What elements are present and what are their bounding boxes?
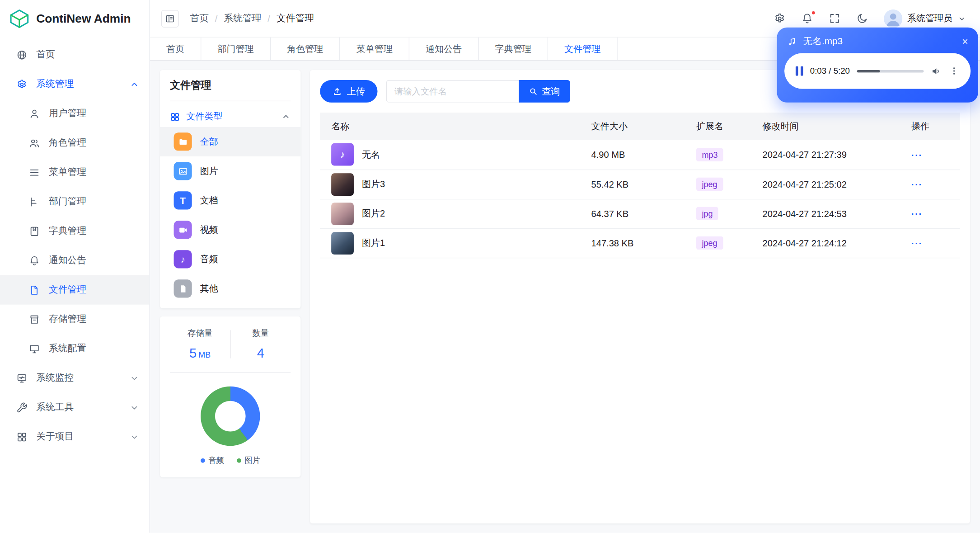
file-size: 55.42 KB [580,170,685,199]
tab-menu[interactable]: 菜单管理 [340,38,410,60]
breadcrumb-system[interactable]: 系统管理 [224,13,261,24]
modified-time: 2024-04-27 21:27:39 [751,140,900,170]
file-name: 图片3 [362,178,385,190]
player-time: 0:03 / 5:20 [810,66,850,76]
col-header-size: 文件大小 [580,113,685,140]
table-row[interactable]: 图片2 64.37 KB jpg 2024-04-27 21:24:53 ··· [320,199,960,228]
monitor-icon [29,343,40,354]
table-row[interactable]: 图片3 55.42 KB jpeg 2024-04-27 21:25:02 ··… [320,170,960,199]
col-header-time: 修改时间 [751,113,900,140]
ext-badge: jpeg [696,178,723,191]
kebab-menu-icon[interactable] [949,66,960,76]
sidebar-item-menus[interactable]: 菜单管理 [0,158,150,187]
type-item-video[interactable]: 视频 [160,215,300,245]
row-actions-more-icon[interactable]: ··· [911,149,923,160]
image-thumbnail [331,232,354,255]
ext-badge: mp3 [696,148,723,161]
modified-time: 2024-04-27 21:24:53 [751,199,900,228]
player-progress-bar[interactable] [857,70,924,72]
row-actions-more-icon[interactable]: ··· [911,208,923,219]
storage-icon [29,314,40,325]
avatar [883,9,902,28]
music-note-icon [787,36,798,47]
file-size: 147.38 KB [580,228,685,258]
type-item-image[interactable]: 图片 [160,156,300,186]
sidebar-item-storage[interactable]: 存储管理 [0,305,150,334]
breadcrumb-separator: / [267,13,270,24]
tab-home[interactable]: 首页 [150,38,201,60]
col-header-name: 名称 [320,113,580,140]
audio-file-thumbnail: ♪ [331,143,354,166]
type-item-document[interactable]: T 文档 [160,186,300,215]
legend-image: 图片 [237,455,261,466]
sidebar-item-notices[interactable]: 通知公告 [0,246,150,275]
count-value: 4 [230,346,291,361]
breadcrumb: 首页 / 系统管理 / 文件管理 [190,13,314,24]
table-row[interactable]: 图片1 147.38 KB jpeg 2024-04-27 21:24:12 ·… [320,228,960,258]
tab-role[interactable]: 角色管理 [271,38,340,60]
upload-button[interactable]: 上传 [320,80,377,103]
pause-button[interactable] [796,66,803,76]
chevron-up-icon [129,79,139,89]
chevron-down-icon [129,373,139,383]
tab-dictionary[interactable]: 字典管理 [479,38,549,60]
volume-icon[interactable] [931,66,942,77]
tab-file-management[interactable]: 文件管理 [548,38,618,60]
ext-badge: jpg [696,207,718,220]
type-item-all[interactable]: 全部 [160,127,300,156]
sidebar-item-departments[interactable]: 部门管理 [0,187,150,217]
notifications-bell-icon[interactable] [801,13,813,24]
close-icon[interactable]: × [962,36,968,47]
tab-notice[interactable]: 通知公告 [409,38,479,60]
grid-icon [16,431,28,443]
modified-time: 2024-04-27 21:25:02 [751,170,900,199]
legend-audio: 音频 [200,455,224,466]
file-type-section-toggle[interactable]: 文件类型 [170,111,291,123]
dark-mode-moon-icon[interactable] [856,13,867,24]
breadcrumb-current: 文件管理 [277,13,314,24]
sidebar-item-users[interactable]: 用户管理 [0,99,150,128]
chevron-up-icon [281,112,291,122]
sidebar-item-home[interactable]: 首页 [0,40,150,70]
app-title: ContiNew Admin [36,12,131,25]
row-actions-more-icon[interactable]: ··· [911,238,923,249]
app-window: ContiNew Admin 首页 系统管理 用户管理 [0,0,980,533]
row-actions-more-icon[interactable]: ··· [911,179,923,190]
tab-department[interactable]: 部门管理 [201,38,271,60]
video-icon [174,221,192,239]
sidebar-item-tools[interactable]: 系统工具 [0,393,150,422]
logo[interactable]: ContiNew Admin [0,0,150,38]
file-type-panel: 文件管理 文件类型 全部 [160,70,300,308]
sidebar-collapse-button[interactable] [161,9,179,27]
monitor-pulse-icon [16,373,28,384]
chevron-down-icon [129,432,139,442]
fullscreen-icon[interactable] [829,13,840,24]
sidebar-item-files[interactable]: 文件管理 [0,275,150,305]
audio-controls: 0:03 / 5:20 [784,53,971,89]
type-item-audio[interactable]: ♪ 音频 [160,245,300,274]
sidebar-item-roles[interactable]: 角色管理 [0,128,150,158]
settings-icon[interactable] [774,13,785,24]
sidebar-item-config[interactable]: 系统配置 [0,334,150,363]
sidebar: ContiNew Admin 首页 系统管理 用户管理 [0,0,150,533]
user-menu[interactable]: 系统管理员 [883,9,966,28]
bell-icon [29,255,40,266]
breadcrumb-home[interactable]: 首页 [190,13,209,24]
storage-donut [201,387,260,446]
chevron-down-icon [957,14,966,23]
table-row[interactable]: ♪无名 4.90 MB mp3 2024-04-27 21:27:39 ··· [320,140,960,170]
file-name: 图片1 [362,237,385,249]
sidebar-item-monitoring[interactable]: 系统监控 [0,363,150,393]
notification-badge-dot [811,11,816,15]
sidebar-item-about[interactable]: 关于项目 [0,422,150,452]
query-button[interactable]: 查询 [519,80,570,103]
filename-search-input[interactable] [386,80,519,103]
file-name: 图片2 [362,208,385,219]
other-file-icon [174,279,192,297]
sidebar-item-system[interactable]: 系统管理 [0,70,150,99]
type-item-other[interactable]: 其他 [160,274,300,303]
search-icon [529,87,537,95]
image-icon [174,162,192,180]
sidebar-item-dictionary[interactable]: 字典管理 [0,217,150,246]
file-icon [29,284,40,296]
